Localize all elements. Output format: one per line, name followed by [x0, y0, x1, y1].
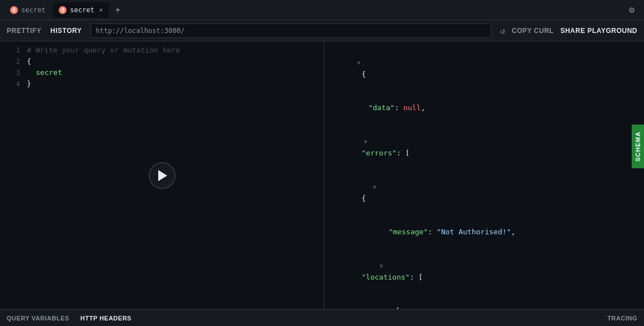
gear-icon: ⚙: [629, 4, 634, 15]
json-line-3: ▼ "errors": [: [331, 125, 637, 170]
refresh-button[interactable]: ↺: [500, 26, 505, 35]
json-line-2: "data": null,: [331, 91, 637, 125]
url-input[interactable]: [91, 23, 491, 38]
tab-1[interactable]: Q secret: [4, 2, 51, 18]
tab-bar: Q secret Q secret × + ⚙: [0, 0, 644, 20]
http-headers-button[interactable]: HTTP HEADERS: [80, 315, 131, 322]
query-variables-button[interactable]: QUERY VARIABLES: [7, 315, 69, 322]
main-content: 1 # Write your query or mutation here 2 …: [0, 41, 644, 309]
json-line-5: "message": "Not Authorised!",: [331, 215, 637, 249]
tab-2-close[interactable]: ×: [99, 6, 103, 14]
code-line-3: 3 secret: [0, 68, 324, 79]
copy-curl-button[interactable]: COPY CURL: [512, 27, 553, 35]
gear-button[interactable]: ⚙: [624, 2, 640, 18]
response-panel: ▼ { "data": null, ▼ "errors": [ ▼ { "mes…: [324, 41, 644, 309]
toolbar-actions: ↺ COPY CURL SHARE PLAYGROUND: [500, 26, 637, 35]
code-line-1: 1 # Write your query or mutation here: [0, 46, 324, 57]
tab-1-label: secret: [21, 6, 45, 14]
code-line-2: 2 {: [0, 57, 324, 68]
add-tab-button[interactable]: +: [111, 3, 125, 17]
tab-2-label: secret: [70, 6, 94, 14]
json-line-1: ▼ {: [331, 46, 637, 91]
share-playground-button[interactable]: SHARE PLAYGROUND: [560, 27, 637, 35]
tracing-button[interactable]: TRACING: [607, 315, 637, 322]
tab-2-icon: Q: [59, 6, 67, 14]
json-line-6: ▼ "locations": [: [331, 249, 637, 294]
json-line-4: ▼ {: [331, 170, 637, 215]
tab-1-icon: Q: [10, 6, 18, 14]
prettify-button[interactable]: PRETTIFY: [7, 27, 41, 35]
play-button[interactable]: [149, 162, 176, 189]
json-line-7: {: [331, 294, 637, 309]
toolbar: PRETTIFY HISTORY ↺ COPY CURL SHARE PLAYG…: [0, 20, 644, 41]
tab-2[interactable]: Q secret ×: [53, 2, 108, 18]
query-editor[interactable]: 1 # Write your query or mutation here 2 …: [0, 41, 324, 309]
bottom-bar: QUERY VARIABLES HTTP HEADERS TRACING: [0, 309, 644, 326]
code-line-4: 4 }: [0, 79, 324, 91]
schema-tab[interactable]: SCHEMA: [632, 125, 644, 169]
history-button[interactable]: HISTORY: [50, 27, 82, 35]
